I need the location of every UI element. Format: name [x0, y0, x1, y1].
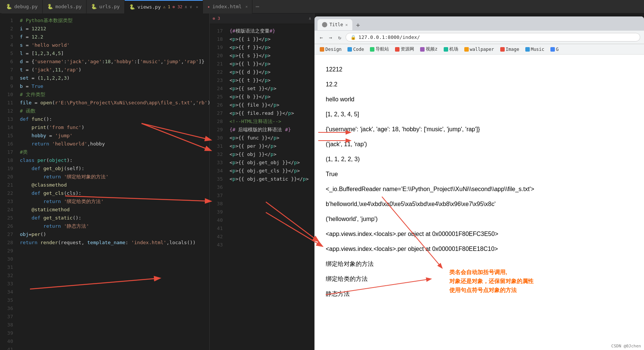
content-line-3: hello world [326, 92, 633, 107]
bookmark-code[interactable]: Code [345, 46, 366, 53]
python-icon: 🐍 [6, 4, 12, 9]
browser-tab-close[interactable]: ✕ [345, 22, 348, 27]
status-bar: CSDN @0Jchen [611, 344, 641, 349]
content-line-15: 绑定给类的方法 [326, 271, 633, 286]
content-line-6: ('jack', 11, 'rap') [326, 137, 633, 152]
editor-tab-bar: 🐍 debug.py 🐍 models.py 🐍 urls.py 🐍 views… [0, 0, 644, 13]
bookmark-code-icon [347, 47, 352, 52]
bookmark-design[interactable]: Design [318, 46, 344, 53]
browser-window: Title ✕ + ← → ↻ 🔒 127.0.0.1:8000/index/ [315, 16, 644, 350]
bookmark-video-icon [420, 47, 425, 52]
content-line-12: <app.views.index.<locals>.per object at … [326, 227, 633, 242]
bookmark-wallpaper-icon [464, 47, 469, 52]
bookmark-airport-icon [444, 47, 448, 52]
bookmark-image-icon [500, 47, 505, 52]
python-icon: 🐍 [129, 4, 135, 10]
tab-label: debug.py [14, 4, 38, 9]
template-content[interactable]: 1718192021 2223242526 2728293031 3233343… [210, 24, 314, 350]
bookmark-g[interactable]: G [548, 46, 561, 53]
bookmark-nav-icon [370, 47, 374, 52]
browser-tab-bar: Title ✕ + [315, 16, 644, 31]
bookmarks-bar: Design Code 导航站 资源网 视频z [315, 44, 644, 55]
tab-models[interactable]: 🐍 models.py [43, 0, 86, 13]
python-icon: 🐍 [91, 4, 97, 9]
new-tab-button[interactable]: + [354, 21, 362, 29]
back-button[interactable]: ← [318, 34, 324, 41]
content-line-1: 12212 [326, 62, 633, 77]
content-line-2: 12.2 [326, 77, 633, 92]
bookmark-image[interactable]: Image [498, 46, 522, 53]
tab-label: views.py [137, 4, 161, 10]
python-icon: 🐍 [47, 4, 53, 9]
content-line-14: 绑定给对象的方法 [326, 257, 633, 271]
template-panel: ⊗ 3 ∧ 1718192021 2223242526 2728293031 3… [210, 13, 315, 350]
tab-close-views[interactable]: ✕ [196, 5, 198, 9]
tab-warning-icon: ⚠ [163, 4, 166, 9]
bookmark-design-icon [320, 47, 324, 52]
bookmark-wallpaper[interactable]: wallpaper [462, 46, 496, 53]
address-bar: ← → ↻ 🔒 127.0.0.1:8000/index/ [315, 31, 644, 44]
tab-label: urls.py [99, 4, 120, 9]
template-line-numbers: 1718192021 2223242526 2728293031 3233343… [210, 24, 227, 350]
tab-label: index.html [212, 4, 242, 9]
bookmark-g-icon [550, 47, 555, 52]
tab-urls[interactable]: 🐍 urls.py [86, 0, 125, 13]
tab-close-index[interactable]: ✕ [245, 4, 247, 9]
bookmark-video[interactable]: 视频z [418, 45, 440, 53]
tab-label: models.py [55, 4, 82, 9]
browser-content: 12212 12.2 hello world [1, 2, 3, 4, 5] {… [315, 55, 644, 350]
views-py-panel: 12345 678910 1112131415 1617181920 21222… [0, 13, 210, 350]
content-line-16: 静态方法 [326, 286, 633, 301]
template-code-lines: {#模版语法之变量#} <p>{{ i }}</p> <p>{{ f }}</p… [227, 24, 314, 350]
bookmark-resource[interactable]: 资源网 [393, 45, 416, 53]
tab-debug[interactable]: 🐍 debug.py [1, 0, 43, 13]
bookmark-music[interactable]: Music [523, 46, 547, 53]
content-line-7: (1, 1, 2, 2, 3) [326, 152, 633, 167]
reload-button[interactable]: ↻ [337, 34, 343, 41]
bookmark-nav[interactable]: 导航站 [368, 45, 391, 53]
bookmark-resource-icon [395, 47, 400, 52]
tab-views[interactable]: 🐍 views.py ⚠ 1 ⊗ 32 ∧ ∨ ✕ [125, 0, 203, 13]
collapse-icon[interactable]: ∧ [309, 16, 311, 21]
template-header: ⊗ 3 ∧ [210, 13, 314, 24]
template-header-badge: ⊗ 3 [213, 16, 220, 21]
error-count: ⊗ 32 [173, 4, 183, 9]
content-line-11: ('helloworld', 'jump') [326, 212, 633, 227]
url-text: 127.0.0.1:8000/index/ [358, 34, 420, 40]
html-icon: ⬥ [207, 4, 210, 9]
browser-tab-title[interactable]: Title ✕ [318, 19, 352, 30]
content-line-10: b'helloworld,\xe4\xbd\xa0\xe5\xa5\xbd\xe… [326, 197, 633, 212]
content-line-5: {'username': 'jack', 'age': 18, 'hobby':… [326, 122, 633, 137]
bookmark-music-icon [525, 47, 530, 52]
right-panel: Title ✕ + ← → ↻ 🔒 127.0.0.1:8000/index/ [315, 13, 644, 350]
content-line-13: <app.views.index.<locals>.per object at … [326, 242, 633, 257]
editor-container: 12345 678910 1112131415 1617181920 21222… [0, 13, 644, 350]
browser-tab-label: Title [329, 22, 343, 27]
browser-favicon [322, 22, 327, 27]
chevron-up-icon: ∧ ∨ [185, 4, 192, 9]
lock-icon: 🔒 [350, 35, 356, 40]
line-numbers: 12345 678910 1112131415 1617181920 21222… [0, 13, 17, 350]
more-tabs-icon[interactable]: ⋯ [252, 3, 262, 10]
warning-count: 1 [168, 4, 170, 9]
bookmark-airport[interactable]: 机场 [441, 45, 461, 53]
tab-index-html[interactable]: ⬥ index.html ✕ [203, 0, 252, 13]
code-content[interactable]: 12345 678910 1112131415 1617181920 21222… [0, 13, 209, 350]
code-lines: # Python基本数据类型 i = 12212 f = 12.2 s = 'h… [17, 13, 209, 350]
content-line-8: True [326, 167, 633, 182]
content-line-9: <_io.BufferedReader name='E:\\Python_Pro… [326, 182, 633, 197]
forward-button[interactable]: → [327, 34, 333, 41]
content-line-4: [1, 2, 3, 4, 5] [326, 107, 633, 122]
url-bar[interactable]: 🔒 127.0.0.1:8000/index/ [346, 33, 640, 42]
